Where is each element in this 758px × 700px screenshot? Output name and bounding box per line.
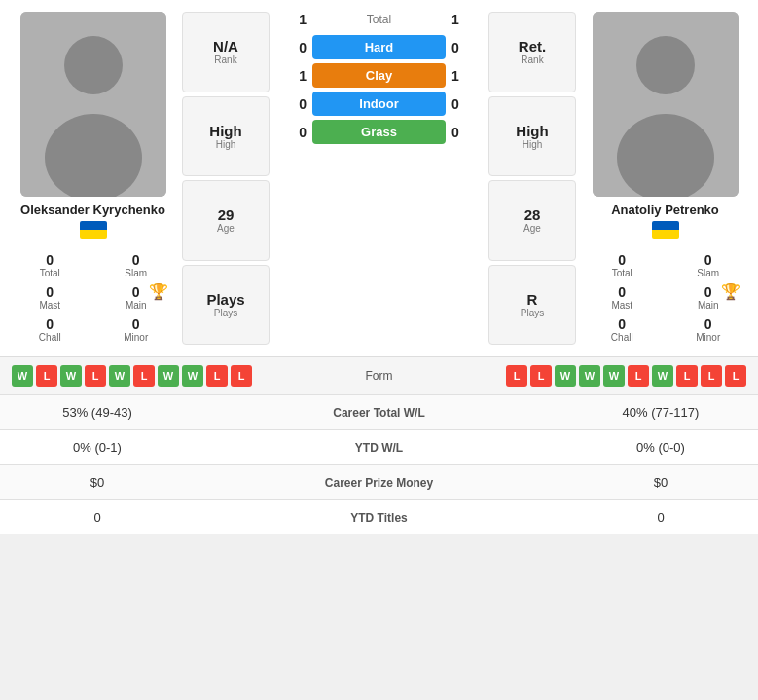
trophy-icon-player1: 🏆	[149, 282, 168, 301]
center-panel: 1 Total 1 0 Hard 0 1 Clay 1 0 Indoor 0	[277, 12, 481, 345]
player1-plays-box: Plays Plays	[182, 265, 270, 346]
grass-row: 0 Grass 0	[277, 120, 481, 144]
player2-plays-box: R Plays	[488, 265, 576, 346]
form-badge-p2-2: L	[530, 365, 552, 387]
prize-money-label: Career Prize Money	[195, 465, 563, 500]
player1-slam-cell: 0 Slam	[94, 250, 179, 280]
table-row-ytd-wl: 0% (0-1) YTD W/L 0% (0-0)	[0, 430, 758, 465]
player2-age-value: 28	[524, 206, 541, 223]
player1-plays-label: Plays	[214, 308, 237, 318]
player2-total-value: 0	[618, 252, 626, 268]
player1-total-value: 0	[46, 252, 54, 268]
player2-minor-cell: 0 Minor	[667, 314, 751, 345]
player1-minor-cell: 0 Minor	[94, 314, 179, 345]
player1-plays-value: Plays	[206, 291, 244, 308]
player1-minor-label: Minor	[124, 332, 148, 343]
form-section: W L W L W L W W L L Form L L W W W L W L…	[0, 356, 758, 394]
svg-point-4	[636, 36, 695, 94]
player1-high-value: High	[209, 123, 241, 139]
player1-rank-value: N/A	[213, 38, 238, 55]
prize-money-right: $0	[563, 465, 758, 500]
player2-mast-cell: 0 Mast	[580, 282, 665, 313]
total-label: Total	[312, 13, 446, 26]
player2-rank-value: Ret.	[519, 38, 546, 55]
player2-stats-grid: 0 Total 0 Slam 0 Mast 🏆 0 Main 0	[580, 250, 750, 345]
form-badge-p1-6: L	[133, 365, 155, 387]
player2-high-box: High High	[488, 96, 576, 177]
player1-middle-panel: N/A Rank High High 29 Age Plays Plays	[182, 12, 270, 345]
form-badge-p2-10: L	[725, 365, 746, 387]
table-row-career-wl: 53% (49-43) Career Total W/L 40% (77-117…	[0, 395, 758, 430]
player1-form: W L W L W L W W L L	[12, 365, 331, 387]
player2-name: Anatoliy Petrenko	[611, 203, 719, 217]
player1-rank-box: N/A Rank	[182, 12, 270, 92]
clay-score-right: 1	[451, 68, 481, 84]
player2-plays-label: Plays	[521, 308, 544, 318]
player2-plays-value: R	[527, 291, 538, 308]
player1-flag	[80, 221, 107, 239]
grass-score-left: 0	[277, 125, 307, 140]
player1-chall-label: Chall	[39, 332, 61, 343]
indoor-badge: Indoor	[312, 92, 446, 116]
player2-slam-cell: 0 Slam	[667, 250, 751, 280]
player2-form: L L W W W L W L L L	[428, 365, 747, 387]
form-badge-p1-9: L	[206, 365, 228, 387]
total-score-right: 1	[451, 12, 481, 27]
form-badge-p2-4: W	[579, 365, 600, 387]
clay-badge: Clay	[312, 63, 446, 88]
player1-total-cell: 0 Total	[8, 250, 92, 280]
player2-minor-label: Minor	[696, 332, 720, 343]
player1-main-cell: 🏆 0 Main	[94, 282, 179, 313]
player1-stats-grid: 0 Total 0 Slam 0 Mast 🏆 0 Main 0	[8, 250, 178, 345]
table-row-prize-money: $0 Career Prize Money $0	[0, 465, 758, 500]
player2-mast-label: Mast	[611, 300, 632, 311]
form-badge-p1-7: W	[158, 365, 179, 387]
form-center-label: Form	[331, 369, 428, 383]
player2-chall-value: 0	[618, 316, 626, 332]
player1-mast-cell: 0 Mast	[8, 282, 92, 313]
clay-row: 1 Clay 1	[277, 63, 481, 88]
player1-high-label: High	[216, 139, 236, 150]
svg-point-1	[64, 36, 123, 94]
form-badge-p1-3: W	[60, 365, 82, 387]
player2-rank-label: Rank	[521, 55, 543, 65]
player2-flag	[652, 221, 679, 239]
ytd-titles-label: YTD Titles	[195, 500, 563, 535]
prize-money-left: $0	[0, 465, 195, 500]
player2-minor-value: 0	[704, 316, 712, 332]
player2-main-cell: 🏆 0 Main	[667, 282, 751, 313]
ytd-titles-right: 0	[563, 500, 758, 535]
form-badge-p2-8: L	[676, 365, 698, 387]
hard-badge: Hard	[312, 35, 446, 59]
form-badge-p1-8: W	[182, 365, 203, 387]
form-badge-p1-2: L	[36, 365, 57, 387]
player2-total-label: Total	[612, 268, 632, 278]
hard-score-right: 0	[451, 40, 481, 55]
ytd-wl-label: YTD W/L	[195, 430, 563, 465]
indoor-score-left: 0	[277, 96, 307, 112]
player1-chall-cell: 0 Chall	[8, 314, 92, 345]
form-badge-p2-7: W	[652, 365, 673, 387]
career-wl-label: Career Total W/L	[195, 395, 563, 430]
player1-card: Oleksander Kyrychenko 0 Total 0 Slam 0 M…	[8, 12, 178, 345]
player1-high-box: High High	[182, 96, 270, 177]
ytd-wl-right: 0% (0-0)	[563, 430, 758, 465]
player1-minor-value: 0	[132, 316, 140, 332]
career-wl-right: 40% (77-117)	[563, 395, 758, 430]
player2-high-label: High	[523, 139, 543, 150]
player2-mast-value: 0	[618, 284, 626, 300]
indoor-row: 0 Indoor 0	[277, 92, 481, 116]
form-badge-p2-9: L	[701, 365, 722, 387]
player2-slam-value: 0	[704, 252, 712, 268]
player1-mast-label: Mast	[39, 300, 60, 311]
player1-name: Oleksander Kyrychenko	[20, 203, 165, 217]
player2-total-cell: 0 Total	[580, 250, 665, 280]
player1-main-value: 0	[132, 284, 140, 300]
form-badge-p1-10: L	[231, 365, 252, 387]
player2-age-box: 28 Age	[488, 180, 576, 261]
player1-chall-value: 0	[46, 316, 54, 332]
form-badge-p1-4: L	[85, 365, 106, 387]
player1-mast-value: 0	[46, 284, 54, 300]
player2-rank-box: Ret. Rank	[488, 12, 576, 92]
clay-score-left: 1	[277, 68, 307, 84]
